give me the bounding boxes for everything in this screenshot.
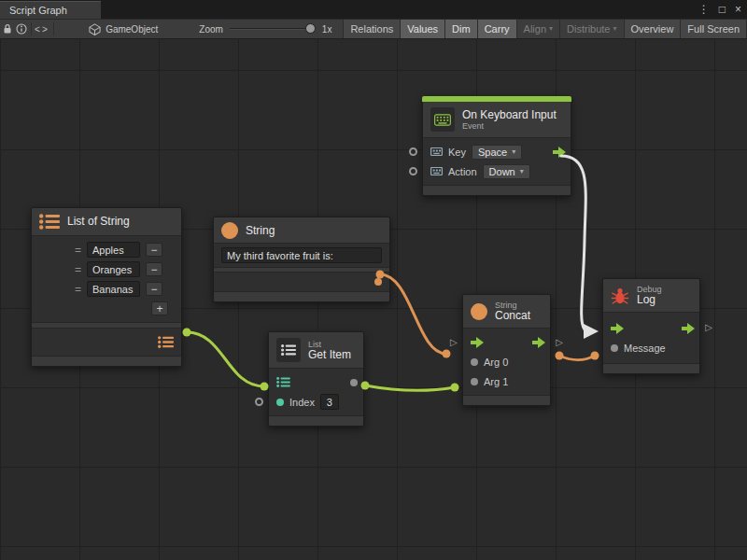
- gameobject-selector[interactable]: GameObject: [79, 20, 167, 38]
- string-icon: [221, 222, 238, 239]
- node-header: String: [214, 217, 389, 243]
- list-item-field[interactable]: Bananas: [87, 281, 140, 297]
- key-label: Key: [448, 147, 466, 158]
- add-item-button[interactable]: +: [151, 301, 168, 315]
- fullscreen-button[interactable]: Full Screen: [680, 20, 747, 38]
- list-icon: [39, 214, 60, 230]
- chevron-down-icon: ▾: [549, 25, 553, 33]
- flow-out-arrow-icon[interactable]: [532, 337, 545, 348]
- flow-in-triangle-icon[interactable]: ▷: [450, 338, 458, 347]
- node-footer: [214, 292, 389, 301]
- node-string-literal[interactable]: String My third favorite fruit is:: [213, 217, 390, 302]
- node-header: Debug Log: [603, 279, 699, 312]
- node-title: Get Item: [308, 349, 351, 361]
- unity-cube-icon: [89, 23, 101, 35]
- action-value: Down: [489, 166, 515, 177]
- dim-button[interactable]: Dim: [444, 20, 477, 38]
- key-input-port[interactable]: [409, 147, 417, 156]
- graph-canvas[interactable]: On Keyboard Input Event Key Space ▾: [0, 39, 747, 560]
- node-concat[interactable]: String Concat ▷ ▷ Arg 0 Arg 1: [462, 294, 551, 406]
- key-port-row: Key Space ▾: [423, 142, 571, 161]
- string-output-strip: [214, 272, 389, 292]
- action-label: Action: [448, 166, 477, 177]
- arg0-input-port[interactable]: [471, 358, 478, 366]
- node-get-item[interactable]: List Get Item Index 3: [268, 331, 364, 427]
- flow-out-triangle-icon[interactable]: ▷: [556, 338, 563, 347]
- index-input-port[interactable]: [255, 398, 263, 406]
- tab-script-graph[interactable]: Script Graph: [0, 1, 101, 19]
- key-value: Space: [478, 147, 507, 158]
- toolbar-separator: [31, 22, 32, 35]
- arg0-label: Arg 0: [484, 357, 508, 368]
- node-subtitle: Event: [462, 121, 557, 131]
- maximize-icon[interactable]: □: [719, 3, 726, 16]
- drag-handle-icon[interactable]: =: [75, 244, 81, 257]
- overview-button[interactable]: Overview: [624, 20, 681, 38]
- relations-button[interactable]: Relations: [343, 20, 400, 38]
- node-title: Concat: [495, 310, 530, 322]
- node-debug-log[interactable]: Debug Log ▷ Message: [602, 278, 700, 374]
- button-label: Align: [524, 23, 546, 35]
- node-ports: My third favorite fruit is:: [214, 243, 389, 268]
- bug-icon: [611, 287, 629, 305]
- list-item-field[interactable]: Apples: [87, 242, 140, 258]
- info-icon[interactable]: [14, 20, 28, 38]
- zoom-slider-knob[interactable]: [305, 23, 316, 34]
- list-input-port-icon[interactable]: [276, 377, 290, 387]
- align-button[interactable]: Align▾: [516, 20, 559, 38]
- node-ports: Key Space ▾ Action Down ▾: [423, 137, 571, 186]
- string-value-field[interactable]: My third favorite fruit is:: [221, 247, 382, 263]
- node-ports: ▷ ▷ Arg 0 Arg 1: [463, 328, 550, 396]
- string-output-port[interactable]: [374, 278, 382, 286]
- wire-arrowhead-icon: [584, 324, 599, 339]
- drag-handle-icon[interactable]: =: [75, 263, 81, 276]
- button-label: Values: [407, 23, 438, 35]
- list-item-field[interactable]: Oranges: [87, 261, 140, 277]
- list-output-strip: [32, 328, 181, 357]
- button-label: Distribute: [567, 23, 610, 35]
- wire-getitem-to-concat[interactable]: [365, 385, 455, 390]
- list-output-port-icon[interactable]: [158, 336, 174, 348]
- distribute-button[interactable]: Distribute▾: [559, 20, 623, 38]
- drag-handle-icon[interactable]: =: [75, 283, 81, 296]
- wire-list-to-getitem[interactable]: [187, 332, 264, 386]
- flow-in-arrow-icon[interactable]: [471, 337, 484, 348]
- code-view-icon[interactable]: <>: [33, 20, 50, 38]
- flow-out-triangle-icon[interactable]: ▷: [705, 323, 712, 332]
- message-input-port[interactable]: [611, 344, 618, 352]
- graph-toolbar: <> GameObject Zoom 1x Relations Values D…: [0, 19, 747, 39]
- action-input-port[interactable]: [409, 167, 417, 175]
- menu-icon[interactable]: ⋮: [698, 3, 710, 16]
- zoom-value: 1x: [322, 24, 332, 35]
- flow-row: ▷ ▷: [463, 332, 550, 352]
- arg1-input-port[interactable]: [471, 378, 478, 385]
- index-field[interactable]: 3: [320, 394, 339, 410]
- remove-item-button[interactable]: −: [146, 282, 162, 296]
- remove-item-button[interactable]: −: [146, 262, 162, 276]
- button-label: Full Screen: [687, 23, 740, 35]
- node-footer: [463, 396, 550, 405]
- zoom-slider-track[interactable]: [230, 28, 316, 30]
- key-dropdown[interactable]: Space ▾: [472, 145, 522, 160]
- action-dropdown[interactable]: Down ▾: [483, 164, 530, 179]
- keyboard-mini-icon: [430, 147, 443, 156]
- index-type-port: [276, 399, 284, 406]
- node-list-of-string[interactable]: List of String = Apples − = Oranges − = …: [31, 207, 182, 367]
- flow-out-arrow-icon[interactable]: [682, 323, 695, 334]
- flow-in-arrow-icon[interactable]: [611, 323, 624, 334]
- chevron-down-icon: ▾: [512, 148, 515, 156]
- item-output-port[interactable]: [350, 379, 358, 386]
- close-icon[interactable]: ×: [735, 3, 741, 16]
- node-footer: [269, 416, 363, 426]
- chevron-down-icon: ▾: [613, 25, 617, 33]
- keyboard-icon: [430, 107, 455, 132]
- values-button[interactable]: Values: [400, 20, 444, 38]
- node-title: On Keyboard Input: [462, 109, 557, 121]
- carry-button[interactable]: Carry: [477, 20, 516, 38]
- remove-item-button[interactable]: −: [146, 243, 162, 257]
- node-on-keyboard-input[interactable]: On Keyboard Input Event Key Space ▾: [422, 96, 571, 196]
- tab-bar: Script Graph ⋮ □ ×: [0, 0, 747, 19]
- lock-icon[interactable]: [0, 20, 14, 38]
- zoom-slider[interactable]: [230, 20, 316, 38]
- wire-concat-to-log[interactable]: [559, 356, 595, 360]
